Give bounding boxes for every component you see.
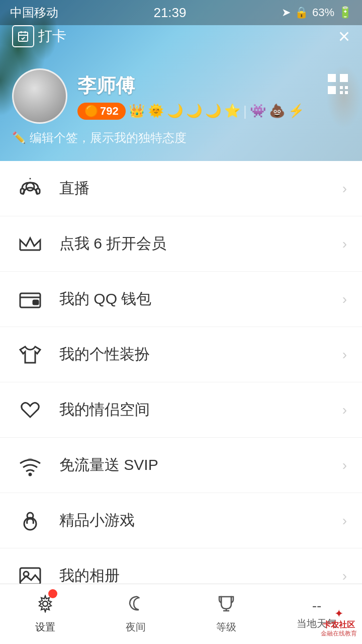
badge-sun: 🌞 [148,103,164,119]
kanong-name: 卡农社区 [323,620,355,629]
live-icon [15,174,45,204]
badge-lightning: ⚡ [288,103,304,119]
status-icons: ➤ 🔒 63% 🔋 [282,6,352,19]
svg-rect-15 [340,91,343,94]
nav-item-settings[interactable]: 设置 [0,584,90,644]
qr-button[interactable] [326,72,350,101]
wifi-icon [15,450,45,480]
nav-label-level: 等级 [216,620,236,634]
carrier-label: 中国移动 [10,5,58,21]
svg-rect-16 [345,91,348,94]
location-icon: ➤ [282,6,291,19]
badge-moon1: 🌙 [167,103,183,119]
bottom-nav: 设置 夜间 等级 -- 当地天气 ✦ 卡农社区 金融在线教育 [0,584,362,644]
profile-info: 李师傅 🟠 792 👑 🌞 🌙 🌙 🌙 ⭐ | 👾 💩 ⚡ [12,68,350,146]
svg-point-24 [29,473,31,475]
badge-moon3: 🌙 [205,103,221,119]
crown-icon [15,229,45,259]
wallet-icon [15,284,45,314]
nav-label-night: 夜间 [126,620,146,634]
kanong-icon: ✦ [334,607,343,620]
menu-label-live: 直播 [59,178,342,199]
svg-rect-12 [330,88,334,92]
svg-rect-14 [345,86,348,89]
menu-label-games: 精品小游戏 [59,510,342,531]
profile-badges: 🟠 792 👑 🌞 🌙 🌙 🌙 ⭐ | 👾 💩 ⚡ [77,103,350,120]
checkin-button[interactable]: 打卡 [12,25,66,47]
profile-name-section: 李师傅 🟠 792 👑 🌞 🌙 🌙 🌙 ⭐ | 👾 💩 ⚡ [77,73,350,120]
menu-label-vip: 点我 6 折开会员 [59,233,342,254]
battery-icon: 🔋 [338,6,352,19]
close-button[interactable]: × [338,26,350,46]
svg-rect-28 [20,568,40,584]
badge-divider: | [243,103,247,119]
heart-icon [15,395,45,425]
menu-label-wallet: 我的 QQ 钱包 [59,289,342,309]
coin-count: 792 [100,105,119,118]
profile-signature[interactable]: ✏️ 编辑个签，展示我的独特态度 [12,130,350,146]
svg-point-32 [43,601,48,606]
menu-item-wallet[interactable]: 我的 QQ 钱包 › [0,272,362,327]
menu-arrow-live: › [342,181,347,197]
coin-icon: 🟠 [84,105,98,118]
checkin-label: 打卡 [38,27,66,46]
badge-poop: 💩 [269,103,285,119]
svg-rect-6 [330,76,334,80]
moon-icon [127,595,145,617]
badge-moon2: 🌙 [186,103,202,119]
menu-item-games[interactable]: 精品小游戏 › [0,493,362,548]
svg-point-17 [26,183,34,191]
menu-arrow-couple: › [342,402,347,418]
nav-item-night[interactable]: 夜间 [90,584,181,644]
menu-list: 直播 › 点我 6 折开会员 › 我的 QQ 钱包 › [0,161,362,644]
svg-rect-19 [21,189,24,194]
badge-ghost: 👾 [250,103,266,119]
status-bar: 中国移动 21:39 ➤ 🔒 63% 🔋 [0,0,362,25]
checkin-icon [12,25,34,47]
menu-arrow-games: › [342,513,347,529]
menu-item-vip[interactable]: 点我 6 折开会员 › [0,216,362,272]
weather-icon: -- [312,598,322,614]
menu-label-svip: 免流量送 SVIP [59,455,342,475]
banner-top-bar: 打卡 × [0,25,362,47]
nav-label-settings: 设置 [35,620,55,634]
menu-arrow-svip: › [342,457,347,473]
menu-item-live[interactable]: 直播 › [0,161,362,216]
coin-badge: 🟠 792 [77,103,126,120]
svg-point-25 [24,518,36,530]
avatar[interactable] [12,68,67,124]
menu-item-outfit[interactable]: 我的个性装扮 › [0,327,362,382]
edit-icon: ✏️ [12,131,26,144]
nav-item-level[interactable]: 等级 [181,584,272,644]
svg-rect-0 [19,32,28,41]
profile-name: 李师傅 [77,73,350,99]
badge-crown: 👑 [129,103,145,119]
lock-icon: 🔒 [295,6,308,19]
svg-rect-9 [342,76,346,80]
time-label: 21:39 [153,5,186,21]
kanong-sub: 金融在线教育 [321,629,357,638]
menu-arrow-wallet: › [342,291,347,307]
badge-star: ⭐ [224,103,240,119]
menu-label-outfit: 我的个性装扮 [59,344,342,365]
svg-rect-13 [340,86,343,89]
profile-main-row: 李师傅 🟠 792 👑 🌞 🌙 🌙 🌙 ⭐ | 👾 💩 ⚡ [12,68,350,124]
menu-arrow-vip: › [342,236,347,252]
battery-label: 63% [312,6,334,19]
menu-label-album: 我的相册 [59,566,342,586]
settings-badge [48,589,57,598]
menu-arrow-outfit: › [342,347,347,363]
kanong-logo: ✦ 卡农社区 金融在线教育 [321,607,357,638]
menu-label-couple: 我的情侣空间 [59,399,342,420]
svg-rect-23 [33,300,38,304]
menu-item-couple[interactable]: 我的情侣空间 › [0,382,362,438]
tshirt-icon [15,340,45,370]
menu-item-svip[interactable]: 免流量送 SVIP › [0,438,362,493]
menu-arrow-album: › [342,568,347,584]
trophy-icon [217,595,235,617]
gamepad-icon [15,506,45,536]
signature-text: 编辑个签，展示我的独特态度 [30,130,187,146]
svg-rect-20 [36,189,40,194]
